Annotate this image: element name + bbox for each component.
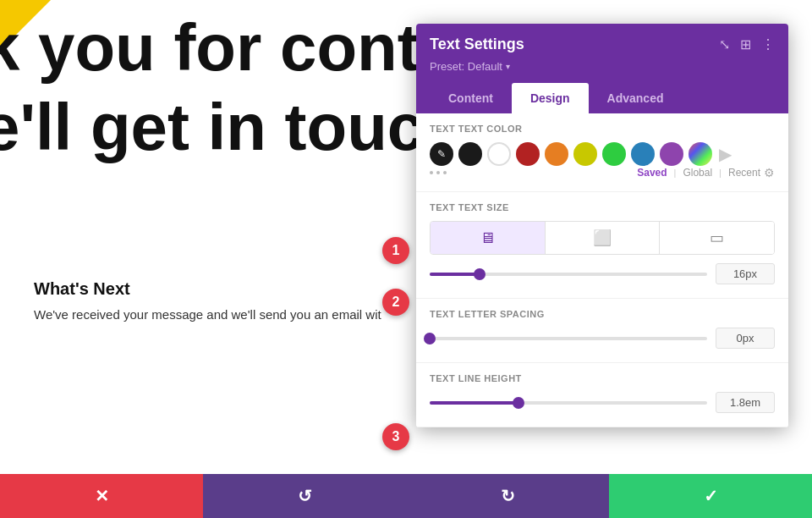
swatch-purple[interactable] <box>660 142 683 166</box>
letter-spacing-slider-row: 0px <box>430 328 775 349</box>
undo-button[interactable]: ↺ <box>203 474 406 518</box>
size-slider-value[interactable]: 16px <box>716 263 775 284</box>
panel-header-top: Text Settings ⤡ ⊞ ⋮ <box>430 36 775 53</box>
panel-body: Text Text Color ▶ Saved | <box>416 113 788 427</box>
panel-title: Text Settings <box>430 36 524 53</box>
dot2 <box>436 171 440 174</box>
letter-spacing-slider-value[interactable]: 0px <box>716 328 775 349</box>
undo-icon: ↺ <box>298 486 312 506</box>
redo-icon: ↻ <box>501 486 515 506</box>
letter-spacing-section: Text Letter Spacing 0px <box>416 299 788 363</box>
line-height-slider-value[interactable]: 1.8em <box>716 392 775 413</box>
swatch-yellow[interactable] <box>573 142 597 166</box>
tab-design[interactable]: Design <box>512 83 589 113</box>
cancel-button[interactable]: ✕ <box>0 474 203 518</box>
cancel-icon: ✕ <box>95 486 109 506</box>
tablet-icon: ⬜ <box>593 229 612 247</box>
hero-text: k you for cont e'll get in touc <box>0 8 424 167</box>
more-icon[interactable]: ⋮ <box>761 36 775 52</box>
confirm-icon: ✓ <box>704 486 718 506</box>
whats-next-heading: What's Next <box>34 279 406 299</box>
redo-button[interactable]: ↻ <box>406 474 609 518</box>
confirm-button[interactable]: ✓ <box>609 474 812 518</box>
dots-row: Saved | Global | Recent ⚙ <box>430 166 775 179</box>
letter-spacing-slider-thumb[interactable] <box>424 333 436 344</box>
panel-preset[interactable]: Preset: Default ▾ <box>430 60 775 73</box>
line-height-section: Text Line Height 1.8em <box>416 363 788 427</box>
tab-content[interactable]: Content <box>430 83 512 113</box>
swatch-dark-red[interactable] <box>516 142 540 166</box>
center-content: What's Next We've received your message … <box>34 279 406 322</box>
size-section-label: Text Text Size <box>430 202 775 212</box>
size-slider-row: 16px <box>430 263 775 284</box>
action-bar: ✕ ↺ ↻ ✓ <box>0 474 812 518</box>
swatch-gradient[interactable] <box>689 142 712 166</box>
size-slider-track[interactable] <box>430 273 707 276</box>
letter-spacing-slider-track[interactable] <box>430 337 707 340</box>
color-tab-saved[interactable]: Saved <box>637 167 667 179</box>
desktop-icon: 🖥 <box>480 229 495 247</box>
size-section: Text Text Size 🖥 ⬜ ▭ 16px <box>416 192 788 299</box>
line-height-slider-track[interactable] <box>430 401 707 405</box>
number-circle-2: 2 <box>382 289 409 316</box>
line-height-slider-row: 1.8em <box>430 392 775 413</box>
device-tab-tablet[interactable]: ⬜ <box>546 222 661 254</box>
swatch-blue[interactable] <box>631 142 655 166</box>
number-circle-3: 3 <box>382 423 409 450</box>
text-settings-panel: Text Settings ⤡ ⊞ ⋮ Preset: Default ▾ Co… <box>416 24 788 427</box>
dot3 <box>443 171 447 174</box>
size-slider-fill <box>430 273 480 276</box>
color-tab-recent[interactable]: Recent <box>728 167 760 179</box>
device-tab-desktop[interactable]: 🖥 <box>431 222 546 254</box>
size-slider-thumb[interactable] <box>474 268 486 280</box>
number-circle-1: 1 <box>382 237 409 264</box>
color-settings-gear[interactable]: ⚙ <box>764 166 775 179</box>
device-tab-mobile[interactable]: ▭ <box>660 222 774 254</box>
letter-spacing-label: Text Letter Spacing <box>430 309 775 319</box>
color-picker-btn[interactable] <box>430 142 453 166</box>
panel-header: Text Settings ⤡ ⊞ ⋮ Preset: Default ▾ Co… <box>416 24 788 113</box>
resize-icon[interactable]: ⤡ <box>719 36 730 52</box>
swatch-green[interactable] <box>602 142 626 166</box>
color-section: Text Text Color ▶ Saved | <box>416 113 788 192</box>
color-section-label: Text Text Color <box>430 124 775 134</box>
columns-icon[interactable]: ⊞ <box>740 36 751 52</box>
swatch-black[interactable] <box>458 142 482 166</box>
device-tabs: 🖥 ⬜ ▭ <box>430 221 775 255</box>
line-height-slider-thumb[interactable] <box>513 397 524 409</box>
swatch-orange[interactable] <box>545 142 568 166</box>
color-swatches-row: ▶ <box>430 142 775 166</box>
color-tab-global[interactable]: Global <box>683 167 712 179</box>
right-scroll-indicator: ▶ <box>719 144 732 164</box>
tab-advanced[interactable]: Advanced <box>589 83 683 113</box>
line-height-label: Text Line Height <box>430 373 775 383</box>
swatch-white[interactable] <box>487 142 511 166</box>
line-height-slider-fill <box>430 401 518 405</box>
dot1 <box>430 171 433 174</box>
panel-header-icons: ⤡ ⊞ ⋮ <box>719 36 775 52</box>
page-description: We've received your message and we'll se… <box>34 307 406 322</box>
panel-tabs: Content Design Advanced <box>430 83 775 113</box>
mobile-icon: ▭ <box>710 229 724 247</box>
preset-chevron: ▾ <box>506 62 510 71</box>
